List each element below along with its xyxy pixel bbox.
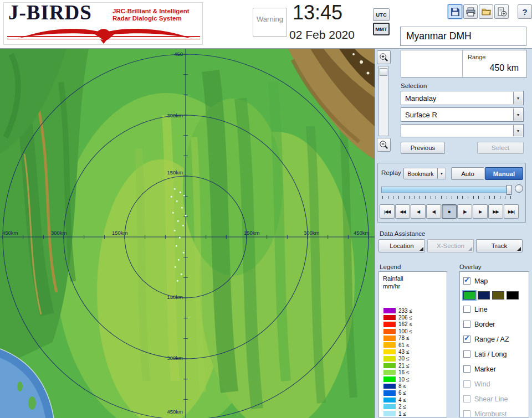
overlay-item-shear-line: Shear Line [463, 391, 529, 406]
open-folder-button[interactable] [479, 4, 493, 19]
site-dropdown[interactable]: Mandalay ▼ [401, 91, 524, 105]
skip-to-start-button[interactable]: |◀◀ [380, 204, 395, 219]
overlay-item-border[interactable]: Border [463, 317, 529, 332]
fast-rewind-button[interactable]: ◀◀ [395, 204, 410, 219]
step-forward-button[interactable]: |▶ [457, 204, 472, 219]
legend-color-swatch [383, 329, 396, 334]
legend-value: 233 ≤ [398, 308, 412, 314]
checkbox-border[interactable] [463, 321, 470, 328]
bookmark-button[interactable]: Bookmark▼ [403, 168, 446, 179]
map-color-swatch[interactable] [507, 291, 519, 300]
legend-color-swatch [383, 315, 396, 321]
toolbar: ? [448, 4, 532, 19]
checkbox-line[interactable] [463, 306, 470, 313]
jbirds-app: J-BIRDS JRC-Brilliant & Intelligent Rada… [0, 0, 532, 418]
range-value: 450 km [490, 63, 519, 73]
manual-button[interactable]: Manual [485, 167, 523, 180]
replay-slider-thumb[interactable] [507, 185, 511, 195]
replay-panel: Replay Bookmark▼ Auto Manual |◀◀◀◀◀◀|■|▶… [377, 163, 526, 223]
export-button[interactable] [494, 4, 509, 19]
logo-tagline: JRC-Brilliant & Intelligent Radar Dialog… [112, 8, 190, 22]
skip-to-end-button[interactable]: ▶▶| [504, 204, 519, 219]
radar-map-canvas[interactable]: 450300km150km150km300km450km450km300km15… [0, 49, 375, 418]
range-ring-label: 450 [174, 51, 183, 57]
select-button: Select [477, 142, 524, 154]
previous-button[interactable]: Previous [401, 142, 445, 154]
slider-tick [436, 196, 436, 199]
checkbox-lati-long[interactable] [463, 350, 470, 358]
stop-button[interactable]: ■ [442, 204, 457, 219]
replay-slider-knob[interactable] [515, 184, 523, 193]
legend-row: 206 ≤ [383, 314, 412, 321]
play-button[interactable]: ▶ [473, 204, 488, 219]
timezone-toggle: UTC MMT [373, 8, 390, 35]
zoom-out-button[interactable] [377, 138, 391, 152]
save-button[interactable] [448, 4, 462, 19]
corner-triangle-icon [420, 247, 423, 251]
overlay-label: Overlay [459, 264, 482, 270]
checkbox-marker[interactable] [463, 365, 470, 373]
overlay-item-label: Shear Line [474, 395, 508, 403]
replay-timeline-slider[interactable] [381, 187, 511, 193]
logo-tagline-line1: JRC-Brilliant & Intelligent [112, 8, 190, 15]
overlay-item-line[interactable]: Line [463, 302, 529, 317]
legend-row: 61 ≤ [383, 342, 412, 348]
slider-tick [431, 196, 431, 199]
map-color-swatch[interactable] [492, 291, 504, 300]
legend-row: 30 ≤ [383, 355, 412, 362]
overlay-item-label: Microburst [474, 410, 507, 418]
checkbox-range-az[interactable]: ✓ [463, 336, 470, 343]
range-ring-label: 300km [304, 230, 320, 236]
rainfall-legend: Rainfall mm/hr 233 ≤206 ≤162 ≤100 ≤78 ≤6… [378, 271, 447, 417]
mmt-button[interactable]: MMT [373, 23, 390, 35]
chevron-down-icon[interactable]: ▼ [513, 92, 523, 104]
elevation-dropdown[interactable]: ▼ [401, 124, 524, 137]
data-assistance-buttons: LocationX-SectionTrack [378, 239, 523, 252]
overlay-item-range-az[interactable]: ✓Range / AZ [463, 332, 529, 347]
map-color-swatch[interactable] [463, 291, 475, 300]
help-icon: ? [522, 7, 527, 17]
chevron-down-icon[interactable]: ▼ [513, 109, 523, 121]
checkbox-microburst [463, 410, 470, 417]
overlay-item-map[interactable]: ✓Map [463, 273, 529, 288]
legend-value: 2 ≤ [398, 404, 406, 410]
step-back-button[interactable]: ◀| [426, 204, 441, 219]
print-button[interactable] [463, 4, 478, 19]
checkbox-map[interactable]: ✓ [463, 277, 470, 285]
overlay-item-lati-long[interactable]: Lati / Long [463, 347, 529, 362]
legend-value: 8 ≤ [398, 383, 406, 389]
slider-tick [447, 196, 447, 199]
fast-forward-button[interactable]: ▶▶ [488, 204, 503, 219]
legend-label: Legend [380, 264, 401, 270]
track-button[interactable]: Track [476, 239, 523, 252]
legend-row: 6 ≤ [383, 390, 412, 396]
auto-button[interactable]: Auto [451, 167, 484, 180]
legend-color-swatch [383, 384, 396, 389]
control-panel: Range 450 km Selection Mandalay ▼ Surfac… [375, 49, 532, 418]
zoom-out-icon [378, 140, 389, 150]
export-page-icon [497, 7, 507, 17]
slider-tick [505, 196, 505, 199]
location-button[interactable]: Location [378, 239, 425, 252]
legend-row: 10 ≤ [383, 376, 412, 383]
play-reverse-button[interactable]: ◀ [411, 204, 426, 219]
zoom-slider-thumb[interactable] [380, 68, 387, 76]
logo-title: J-BIRDS [8, 1, 92, 24]
zoom-slider[interactable] [378, 66, 388, 136]
zoom-in-button[interactable] [377, 50, 391, 64]
overlay-item-marker[interactable]: Marker [463, 362, 529, 376]
jbirds-logo: J-BIRDS JRC-Brilliant & Intelligent Rada… [3, 2, 203, 45]
chevron-down-icon[interactable]: ▼ [513, 125, 523, 136]
slider-tick [415, 196, 415, 199]
legend-color-swatch [383, 376, 396, 382]
data-assistance-label: Data Assistance [380, 230, 425, 237]
map-color-swatch[interactable] [478, 291, 490, 300]
product-dropdown[interactable]: Surface R ▼ [401, 107, 524, 122]
chevron-down-icon[interactable]: ▼ [438, 168, 446, 179]
help-button[interactable]: ? [518, 4, 532, 19]
range-divider [462, 50, 463, 77]
legend-value: 162 ≤ [398, 321, 412, 327]
bookmark-label[interactable]: Bookmark [403, 168, 438, 179]
folder-icon [482, 7, 491, 17]
utc-button[interactable]: UTC [373, 8, 390, 21]
